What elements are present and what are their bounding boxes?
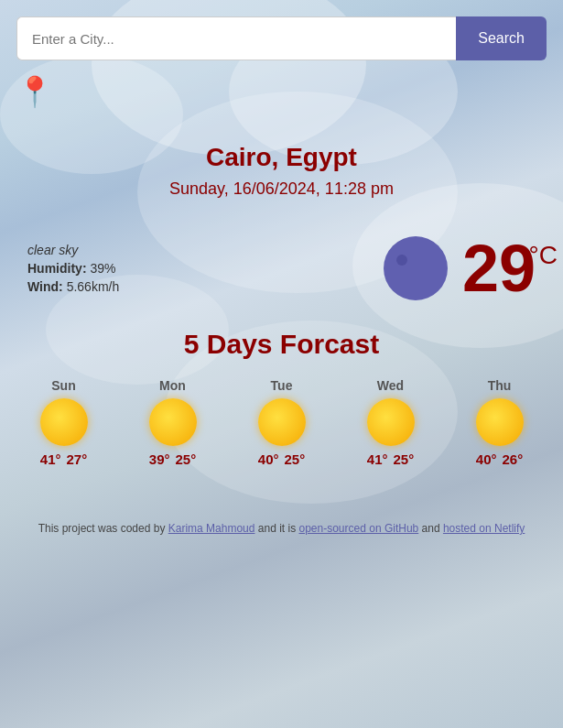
forecast-day-wed: Wed41°25°: [367, 378, 415, 467]
weather-main: clear sky Humidity: 39% Wind: 5.66km/h 2…: [0, 208, 563, 310]
forecast-title: 5 Days Forcast: [0, 329, 563, 360]
temp-low: 27°: [67, 451, 88, 467]
forecast-day-name: Sun: [51, 378, 75, 393]
weather-condition: clear sky: [27, 243, 119, 257]
forecast-day-name: Tue: [271, 378, 293, 393]
footer-text-middle: and it is: [254, 522, 298, 535]
footer-text-before: This project was coded by: [38, 522, 168, 535]
location-pin-area: 📍: [0, 70, 563, 106]
main-content: Search 📍 Cairo, Egypt Sunday, 16/06/2024…: [0, 0, 563, 549]
app-container: Search 📍 Cairo, Egypt Sunday, 16/06/2024…: [0, 0, 563, 728]
forecast-day-mon: Mon39°25°: [149, 378, 197, 467]
search-input[interactable]: [16, 16, 456, 60]
forecast-temps: 39°25°: [149, 451, 196, 467]
temp-high: 40°: [258, 451, 279, 467]
footer-github-link[interactable]: open-sourced on GitHub: [298, 522, 418, 535]
temp-high: 40°: [476, 451, 497, 467]
weather-wind: Wind: 5.66km/h: [27, 279, 119, 294]
footer-author-link[interactable]: Karima Mahmoud: [168, 522, 255, 535]
temp-low: 25°: [285, 451, 306, 467]
temp-high: 39°: [149, 451, 170, 467]
location-pin-icon: 📍: [16, 77, 53, 106]
footer-netlify-link[interactable]: hosted on Netlify: [443, 522, 525, 535]
temperature-display: 29°C: [462, 235, 536, 301]
temp-high: 41°: [367, 451, 388, 467]
search-bar: Search: [0, 0, 563, 70]
sun-icon: [367, 398, 415, 446]
weather-humidity: Humidity: 39%: [27, 261, 119, 276]
search-button[interactable]: Search: [456, 16, 547, 60]
forecast-day-thu: Thu40°26°: [476, 378, 524, 467]
sun-icon: [258, 398, 306, 446]
forecast-day-sun: Sun41°27°: [40, 378, 88, 467]
temp-low: 26°: [503, 451, 524, 467]
temp-high: 41°: [40, 451, 61, 467]
sun-icon: [476, 398, 524, 446]
date-time: Sunday, 16/06/2024, 11:28 pm: [0, 179, 563, 199]
footer-text-after: and: [418, 522, 443, 535]
forecast-day-name: Thu: [488, 378, 512, 393]
footer: This project was coded by Karima Mahmoud…: [0, 504, 563, 549]
sun-icon: [149, 398, 197, 446]
temp-low: 25°: [394, 451, 415, 467]
forecast-temps: 41°27°: [40, 451, 87, 467]
weather-right: 29°C: [384, 235, 536, 301]
moon-icon: [384, 236, 448, 300]
forecast-day-tue: Tue40°25°: [258, 378, 306, 467]
forecast-grid: Sun41°27°Mon39°25°Tue40°25°Wed41°25°Thu4…: [0, 360, 563, 476]
forecast-day-name: Wed: [377, 378, 404, 393]
forecast-temps: 40°26°: [476, 451, 523, 467]
weather-details: clear sky Humidity: 39% Wind: 5.66km/h: [27, 243, 119, 294]
forecast-temps: 41°25°: [367, 451, 414, 467]
forecast-temps: 40°25°: [258, 451, 305, 467]
temp-low: 25°: [176, 451, 197, 467]
city-name: Cairo, Egypt: [0, 143, 563, 172]
temp-unit: °C: [529, 243, 558, 268]
forecast-day-name: Mon: [159, 378, 186, 393]
sun-icon: [40, 398, 88, 446]
